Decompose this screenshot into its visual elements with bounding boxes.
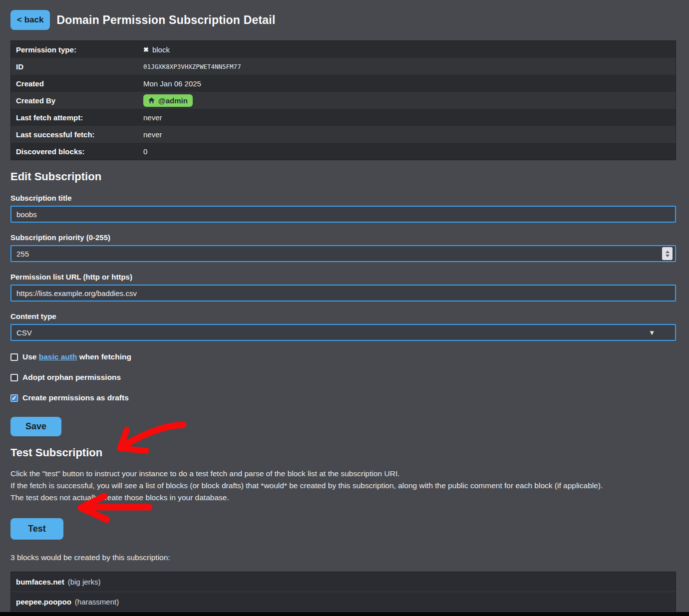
subscription-title-input[interactable]	[10, 206, 676, 223]
checkbox-label: Use basic auth when fetching	[22, 352, 131, 361]
content-type-selected-value: CSV	[16, 328, 32, 337]
table-row: Created By @admin	[11, 92, 676, 109]
adopt-orphans-checkbox[interactable]	[10, 374, 18, 381]
list-item: peepee.poopoo (harassment)	[11, 592, 676, 612]
description-line: The test does not actually create those …	[10, 492, 676, 504]
table-row: Last successful fetch: never	[11, 126, 676, 143]
home-icon	[148, 97, 155, 103]
description-line: If the fetch is successful, you will see…	[10, 480, 676, 492]
row-label: ID	[11, 62, 143, 71]
block-list: bumfaces.net (big jerks) peepee.poopoo (…	[10, 572, 676, 616]
edit-subscription-heading: Edit Subscription	[10, 170, 676, 183]
block-domain: peepee.poopoo	[16, 598, 71, 606]
page: < back Domain Permission Subscription De…	[0, 0, 689, 616]
table-row: Created Mon Jan 06 2025	[11, 75, 676, 92]
subscription-title-label: Subscription title	[10, 194, 676, 202]
row-label: Discovered blocks:	[11, 147, 143, 156]
content-type-label: Content type	[10, 312, 676, 320]
test-button[interactable]: Test	[10, 518, 63, 540]
list-item: bumfaces.net (big jerks)	[11, 572, 676, 592]
row-label: Created	[11, 79, 143, 88]
permission-list-url-input[interactable]	[10, 285, 676, 302]
created-by-username: @admin	[158, 96, 188, 105]
save-button[interactable]: Save	[10, 417, 61, 436]
window-bottom-edge	[0, 612, 689, 616]
created-value: Mon Jan 06 2025	[143, 79, 201, 88]
table-row: ID 01JGXK8XP3VHXZPWET4NN5FM77	[11, 58, 676, 75]
adopt-orphans-check-row: Adopt orphan permissions	[10, 373, 676, 382]
back-button[interactable]: < back	[10, 10, 50, 30]
table-row: Last fetch attempt: never	[11, 109, 676, 126]
permission-type-value: block	[152, 45, 170, 54]
id-value: 01JGXK8XP3VHXZPWET4NN5FM77	[143, 63, 241, 70]
block-domain: bumfaces.net	[16, 578, 64, 586]
dropdown-arrow-icon: ▼	[649, 329, 655, 336]
checkbox-label: Adopt orphan permissions	[22, 373, 121, 382]
header: < back Domain Permission Subscription De…	[10, 10, 676, 30]
test-subscription-heading: Test Subscription	[10, 446, 676, 459]
last-fetch-attempt-value: never	[143, 113, 162, 122]
row-value: @admin	[143, 94, 193, 107]
basic-auth-link[interactable]: basic auth	[39, 352, 77, 361]
test-result-text: 3 blocks would be created by this subscr…	[10, 553, 676, 562]
basic-auth-checkbox[interactable]	[10, 353, 18, 361]
table-row: Discovered blocks: 0	[11, 143, 676, 160]
subscription-priority-input[interactable]	[10, 245, 676, 262]
block-x-icon: ✖	[143, 46, 149, 53]
subscription-priority-label: Subscription priority (0-255)	[10, 233, 676, 242]
subscription-detail-table: Permission type: ✖ block ID 01JGXK8XP3VH…	[10, 40, 676, 160]
checkbox-label: Create permissions as drafts	[22, 393, 129, 402]
row-label: Permission type:	[11, 45, 143, 54]
description-line: Click the "test" button to instruct your…	[10, 468, 676, 480]
number-stepper[interactable]	[662, 247, 673, 260]
discovered-blocks-value: 0	[143, 147, 147, 156]
row-label: Last fetch attempt:	[11, 113, 143, 122]
row-value: ✖ block	[143, 45, 170, 54]
table-row: Permission type: ✖ block	[11, 41, 676, 58]
row-label: Created By	[11, 96, 143, 105]
created-by-badge[interactable]: @admin	[143, 94, 193, 107]
test-description: Click the "test" button to instruct your…	[10, 468, 676, 504]
permission-list-url-label: Permission list URL (http or https)	[10, 273, 676, 281]
drafts-check-row: Create permissions as drafts	[10, 393, 676, 402]
label-prefix: Use	[22, 352, 39, 361]
stepper-down-icon[interactable]	[666, 255, 670, 257]
row-label: Last successful fetch:	[11, 130, 143, 139]
create-drafts-checkbox[interactable]	[10, 394, 18, 402]
basic-auth-check-row: Use basic auth when fetching	[10, 352, 676, 361]
stepper-up-icon[interactable]	[666, 251, 670, 253]
label-suffix: when fetching	[77, 352, 131, 361]
last-successful-fetch-value: never	[143, 130, 162, 139]
block-comment: (big jerks)	[68, 578, 101, 586]
page-title: Domain Permission Subscription Detail	[56, 13, 275, 27]
content-type-select[interactable]: CSV ▼	[10, 324, 676, 341]
block-comment: (harassment)	[75, 598, 119, 606]
